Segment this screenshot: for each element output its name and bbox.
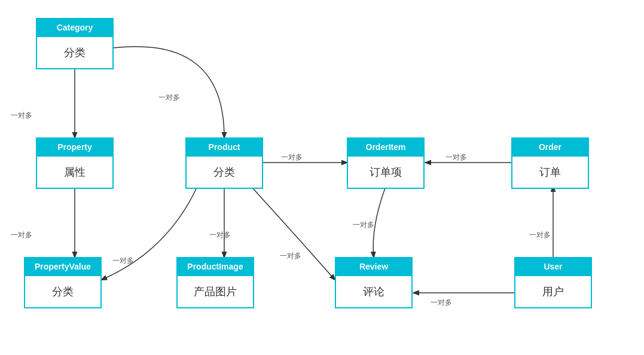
entity-property: Property属性 (36, 137, 114, 189)
entity-header-propertyvalue: PropertyValue (25, 258, 100, 276)
entity-body-order: 订单 (512, 157, 588, 188)
entity-product: Product分类 (185, 137, 263, 189)
entity-body-orderitem: 订单项 (348, 157, 423, 188)
entity-header-user: User (515, 258, 591, 276)
entity-order: Order订单 (511, 137, 589, 189)
entity-header-order: Order (512, 139, 588, 157)
entity-category: Category分类 (36, 18, 114, 69)
rel-property-propertyvalue: 一对多 (11, 230, 32, 240)
entity-header-review: Review (336, 258, 411, 276)
rel-category-product: 一对多 (158, 93, 180, 103)
entity-review: Review评论 (335, 257, 413, 308)
entity-orderitem: OrderItem订单项 (347, 137, 425, 189)
entity-propertyvalue: PropertyValue分类 (24, 257, 102, 308)
entity-body-review: 评论 (336, 276, 411, 307)
entity-header-property: Property (37, 139, 112, 157)
rel-orderitem-review: 一对多 (353, 220, 374, 230)
entity-header-productimage: ProductImage (178, 258, 253, 276)
entity-body-productimage: 产品图片 (178, 276, 253, 307)
rel-user-order: 一对多 (529, 230, 551, 240)
entity-body-category: 分类 (37, 37, 112, 68)
rel-order-orderitem: 一对多 (445, 152, 467, 163)
rel-product-propertyvalue: 一对多 (112, 256, 134, 266)
diagram-container: 一对多 一对多 一对多 一对多 一对多 一对多 一对多 一对多 一对多 一对多 … (0, 0, 644, 355)
entity-header-product: Product (187, 139, 262, 157)
rel-product-productimage: 一对多 (209, 230, 231, 240)
entity-body-product: 分类 (187, 157, 262, 188)
entity-user: User用户 (514, 257, 592, 308)
rel-user-review: 一对多 (431, 298, 452, 308)
entity-productimage: ProductImage产品图片 (176, 257, 254, 308)
rel-category-property: 一对多 (11, 111, 32, 121)
entity-body-property: 属性 (37, 157, 112, 188)
entity-body-user: 用户 (515, 276, 591, 307)
rel-product-orderitem: 一对多 (281, 152, 303, 163)
entity-header-category: Category (37, 19, 112, 37)
entity-header-orderitem: OrderItem (348, 139, 423, 157)
entity-body-propertyvalue: 分类 (25, 276, 100, 307)
rel-product-review: 一对多 (280, 251, 301, 261)
